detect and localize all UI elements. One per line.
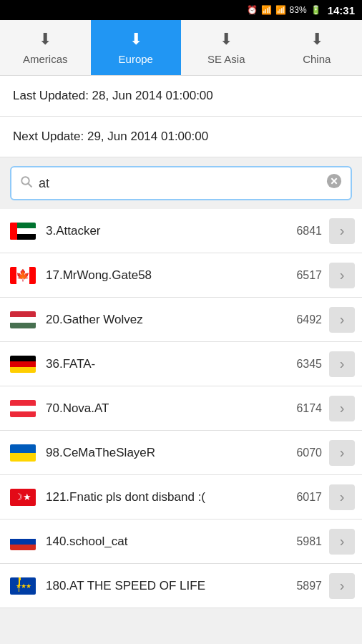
item-score: 6517: [290, 269, 322, 282]
tab-europe[interactable]: ⬇ Europe: [91, 20, 182, 75]
list-item[interactable]: 🍁 17.MrWong.Gate58 6517 ›: [0, 253, 362, 298]
item-label: 140.school_cat: [46, 535, 290, 549]
flag-hungary: [10, 311, 36, 328]
list-item[interactable]: 36.FATA- 6345 ›: [0, 342, 362, 386]
items-list: 3 3.Attacker 6841 › 🍁 17.MrWong.Gate58 6…: [0, 209, 362, 608]
flag-germany: [10, 356, 36, 373]
chevron-right-icon: ›: [340, 356, 345, 372]
list-item[interactable]: 3 3.Attacker 6841 ›: [0, 209, 362, 253]
item-score: 5897: [290, 580, 322, 592]
item-score: 6017: [290, 491, 322, 504]
search-container: [0, 157, 362, 209]
flag-russia: [10, 533, 36, 550]
chevron-right-icon: ›: [340, 311, 345, 328]
item-label: 98.CeMaTheSlayeR: [46, 446, 290, 460]
battery-icon: 🔋: [310, 5, 321, 15]
europe-tab-icon: ⬇: [129, 30, 142, 49]
list-item[interactable]: ☽★ 121.Fnatic pls dont disband :( 6017 ›: [0, 475, 362, 519]
americas-tab-icon: ⬇: [39, 30, 52, 49]
tab-americas[interactable]: ⬇ Americas: [0, 20, 91, 75]
time-display: 14:31: [328, 4, 355, 16]
flag-ukraine: [10, 444, 36, 462]
alarm-icon: ⏰: [247, 5, 258, 15]
search-input[interactable]: [39, 176, 321, 191]
china-tab-icon: ⬇: [310, 30, 323, 49]
seasia-tab-icon: ⬇: [220, 30, 233, 49]
search-clear-button[interactable]: [326, 173, 342, 193]
search-box: [10, 166, 352, 200]
tab-bar: ⬇ Americas ⬇ Europe ⬇ SE Asia ⬇ China: [0, 20, 362, 76]
item-score: 5981: [290, 535, 322, 548]
status-icons: ⏰ 📶 📶 83% 🔋 14:31: [247, 4, 355, 16]
item-label: 121.Fnatic pls dont disband :(: [46, 490, 290, 504]
list-item[interactable]: 98.CeMaTheSlayeR 6070 ›: [0, 431, 362, 475]
svg-point-0: [21, 177, 29, 185]
item-label: 36.FATA-: [46, 357, 290, 371]
item-score: 6345: [290, 358, 322, 371]
chevron-button[interactable]: ›: [329, 484, 355, 510]
flag-canada: 🍁: [10, 267, 36, 284]
last-updated-text: Last Updated: 28, Jun 2014 01:00:00: [13, 89, 213, 102]
chevron-button[interactable]: ›: [329, 351, 355, 377]
tab-americas-label: Americas: [23, 53, 68, 65]
list-item[interactable]: 70.Nova.AT 6174 ›: [0, 386, 362, 431]
tab-seasia-label: SE Asia: [207, 53, 245, 65]
chevron-button[interactable]: ›: [329, 529, 355, 555]
status-bar: ⏰ 📶 📶 83% 🔋 14:31: [0, 0, 362, 20]
chevron-button[interactable]: ›: [329, 263, 355, 288]
item-label: 3.Attacker: [46, 224, 290, 238]
search-icon: [20, 175, 33, 192]
svg-line-1: [28, 183, 31, 187]
last-updated-row: Last Updated: 28, Jun 2014 01:00:00: [0, 76, 362, 117]
chevron-right-icon: ›: [340, 533, 345, 550]
flag-uae: [10, 223, 36, 240]
tab-seasia[interactable]: ⬇ SE Asia: [181, 20, 272, 75]
wifi-icon: 📶: [261, 5, 272, 15]
list-item[interactable]: 140.school_cat 5981 ›: [0, 519, 362, 564]
content-area: Last Updated: 28, Jun 2014 01:00:00 Next…: [0, 76, 362, 608]
chevron-right-icon: ›: [340, 223, 345, 239]
flag-turkey: ☽★: [10, 489, 36, 506]
item-score: 6070: [290, 447, 322, 459]
next-update-row: Next Update: 29, Jun 2014 01:00:00: [0, 117, 362, 157]
tab-europe-label: Europe: [119, 53, 153, 65]
flag-austria: [10, 400, 36, 417]
item-label: 70.Nova.AT: [46, 401, 290, 416]
next-update-text: Next Update: 29, Jun 2014 01:00:00: [13, 130, 208, 143]
flag-bosnia: ★★★: [10, 577, 36, 595]
chevron-right-icon: ›: [340, 267, 345, 283]
battery-text: 83%: [290, 5, 307, 15]
item-score: 6492: [290, 313, 322, 326]
signal-icon: 📶: [275, 5, 286, 15]
item-label: 17.MrWong.Gate58: [46, 268, 290, 283]
list-item[interactable]: ★★★ 180.AT THE SPEED OF LIFE 5897 ›: [0, 564, 362, 608]
item-score: 6174: [290, 402, 322, 415]
chevron-right-icon: ›: [340, 444, 345, 461]
chevron-button[interactable]: ›: [329, 396, 355, 421]
chevron-right-icon: ›: [340, 400, 345, 416]
list-item[interactable]: 20.Gather Wolvez 6492 ›: [0, 298, 362, 342]
chevron-button[interactable]: ›: [329, 440, 355, 466]
tab-china-label: China: [303, 53, 331, 65]
chevron-button[interactable]: ›: [329, 218, 355, 244]
chevron-button[interactable]: ›: [329, 307, 355, 333]
chevron-button[interactable]: ›: [329, 573, 355, 599]
tab-china[interactable]: ⬇ China: [272, 20, 363, 75]
chevron-right-icon: ›: [340, 577, 345, 594]
item-label: 180.AT THE SPEED OF LIFE: [46, 579, 290, 593]
item-label: 20.Gather Wolvez: [46, 313, 290, 327]
item-score: 6841: [290, 225, 322, 238]
chevron-right-icon: ›: [340, 489, 345, 505]
